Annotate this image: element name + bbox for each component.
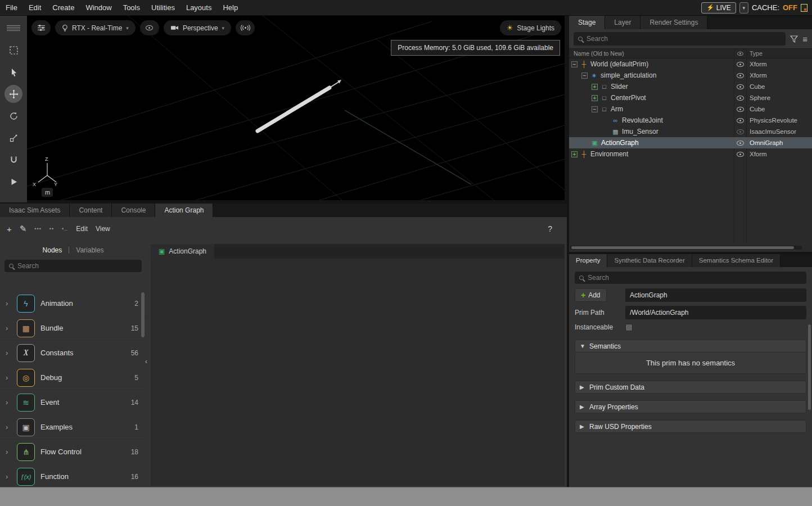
- visibility-eye-icon[interactable]: [734, 129, 746, 134]
- tab-console[interactable]: Console: [112, 204, 155, 217]
- cache-icon[interactable]: [801, 4, 808, 12]
- stage-horizontal-scrollbar[interactable]: [570, 246, 802, 250]
- help-icon[interactable]: ?: [548, 224, 552, 233]
- stage-search-box[interactable]: [574, 32, 786, 46]
- graph-canvas[interactable]: [151, 259, 565, 486]
- visibility-eye-icon[interactable]: [734, 84, 746, 89]
- graph-edit-menu[interactable]: Edit: [76, 225, 88, 233]
- render-broadcast-button[interactable]: [236, 20, 255, 35]
- tab-stage[interactable]: Stage: [569, 16, 605, 29]
- node-category-constants[interactable]: › X Constants 56: [0, 341, 146, 365]
- stage-row-centerpivot[interactable]: + □ CenterPivot Sphere: [569, 92, 812, 103]
- toolbar-grip-icon[interactable]: [4, 19, 22, 37]
- menu-window[interactable]: Window: [80, 0, 117, 16]
- add-property-button[interactable]: + Add: [575, 288, 607, 302]
- nodes-search-input[interactable]: [17, 262, 137, 270]
- panel-collapse-icon[interactable]: ‹: [145, 358, 147, 365]
- stage-search-input[interactable]: [587, 35, 781, 43]
- visibility-eye-icon[interactable]: [734, 107, 746, 112]
- expand-chevron-icon[interactable]: ›: [6, 299, 11, 308]
- stage-row-environment[interactable]: + ┼ Environment Xform: [569, 148, 812, 160]
- select-tool[interactable]: [4, 63, 22, 81]
- graph-tab-actiongraph[interactable]: ▣ ActionGraph: [151, 244, 214, 259]
- live-dropdown-chevron-icon[interactable]: ▾: [739, 2, 748, 13]
- property-scrollbar[interactable]: [808, 324, 811, 410]
- expand-chevron-icon[interactable]: ›: [6, 373, 11, 382]
- viewport-visibility-button[interactable]: [140, 20, 159, 35]
- visibility-eye-icon[interactable]: [734, 62, 746, 67]
- menu-utilities[interactable]: Utilities: [146, 0, 181, 16]
- select-frame-tool[interactable]: [4, 41, 22, 59]
- stage-row-revolutejoint[interactable]: ∞ RevoluteJoint PhysicsRevolute: [569, 115, 812, 126]
- menu-create[interactable]: Create: [47, 0, 80, 16]
- section-raw-usd-properties[interactable]: ▶ Raw USD Properties: [575, 420, 806, 433]
- stage-row-simple-articulation[interactable]: − ∗ simple_articulation Xform: [569, 70, 812, 81]
- expand-chevron-icon[interactable]: ›: [6, 349, 11, 357]
- layout-dots-icon-3[interactable]: •‥: [62, 226, 68, 232]
- layout-dots-icon-2[interactable]: ••: [49, 226, 54, 232]
- stage-row-imu-sensor[interactable]: ▦ Imu_Sensor IsaacImuSensor: [569, 126, 812, 137]
- move-tool[interactable]: [4, 85, 22, 103]
- tab-action-graph[interactable]: Action Graph: [155, 204, 213, 217]
- stage-row-arm[interactable]: − □ Arm Cube: [569, 103, 812, 115]
- menu-help[interactable]: Help: [217, 0, 243, 16]
- instanceable-checkbox[interactable]: [625, 324, 633, 331]
- property-search-box[interactable]: [575, 272, 806, 284]
- expand-chevron-icon[interactable]: ›: [6, 472, 11, 481]
- collapse-minus-icon[interactable]: −: [581, 73, 588, 79]
- tab-nodes[interactable]: Nodes: [43, 246, 62, 254]
- scrollbar-thumb[interactable]: [571, 246, 794, 249]
- menu-edit[interactable]: Edit: [23, 0, 47, 16]
- prim-name-field[interactable]: [625, 291, 806, 299]
- expand-chevron-icon[interactable]: ›: [6, 398, 11, 406]
- snap-tool[interactable]: [4, 151, 22, 169]
- stage-lights-button[interactable]: ☀ Stage Lights: [500, 20, 561, 35]
- node-category-animation[interactable]: › ϟ Animation 2: [0, 291, 146, 316]
- name-column-header[interactable]: Name (Old to New): [569, 50, 734, 57]
- edit-graph-pencil-icon[interactable]: ✎: [20, 224, 27, 234]
- tab-render-settings[interactable]: Render Settings: [640, 16, 707, 29]
- live-button[interactable]: ⚡ LIVE: [701, 2, 736, 13]
- section-array-properties[interactable]: ▶ Array Properties: [575, 400, 806, 413]
- stage-row-world[interactable]: − ┼ World (defaultPrim) Xform: [569, 58, 812, 70]
- section-semantics[interactable]: ▼ Semantics: [575, 340, 806, 353]
- visibility-eye-icon[interactable]: [734, 96, 746, 101]
- tab-synthetic-data-recorder[interactable]: Synthetic Data Recorder: [607, 254, 692, 267]
- visibility-eye-icon[interactable]: [734, 141, 746, 146]
- nodes-search-box[interactable]: [4, 260, 142, 272]
- camera-dropdown[interactable]: Perspective ▾: [164, 20, 231, 35]
- collapse-minus-icon[interactable]: −: [592, 106, 598, 112]
- node-category-flow-control[interactable]: › ⋔ Flow Control 18: [0, 440, 146, 464]
- stage-row-slider[interactable]: + □ Slider Cube: [569, 81, 812, 92]
- node-category-bundle[interactable]: › ▦ Bundle 15: [0, 316, 146, 341]
- new-graph-plus-icon[interactable]: +: [7, 224, 12, 234]
- property-search-input[interactable]: [588, 274, 802, 282]
- section-prim-custom-data[interactable]: ▶ Prim Custom Data: [575, 381, 806, 394]
- tab-variables[interactable]: Variables: [76, 246, 103, 254]
- node-category-function[interactable]: › ƒ(x) Function 16: [0, 464, 146, 487]
- scale-tool[interactable]: [4, 129, 22, 147]
- node-category-event[interactable]: › ≋ Event 14: [0, 390, 146, 415]
- tab-layer[interactable]: Layer: [605, 16, 640, 29]
- collapse-minus-icon[interactable]: −: [571, 61, 578, 67]
- filter-funnel-icon[interactable]: [790, 35, 798, 43]
- tab-content[interactable]: Content: [70, 204, 112, 217]
- expand-plus-icon[interactable]: +: [571, 151, 578, 157]
- tab-isaac-sim-assets[interactable]: Isaac Sim Assets: [0, 204, 70, 217]
- menu-layouts[interactable]: Layouts: [181, 0, 218, 16]
- expand-chevron-icon[interactable]: ›: [6, 324, 11, 332]
- play-tool[interactable]: [4, 173, 22, 191]
- renderer-dropdown[interactable]: RTX - Real-Time ▾: [55, 20, 136, 35]
- viewport-3d[interactable]: Z X Y m RTX - Real-Time ▾: [27, 16, 565, 200]
- rotate-tool[interactable]: [4, 107, 22, 125]
- slider-arm-prim[interactable]: [258, 80, 341, 131]
- graph-view-menu[interactable]: View: [96, 225, 110, 233]
- visibility-eye-icon[interactable]: [734, 152, 746, 157]
- expand-chevron-icon[interactable]: ›: [6, 423, 11, 431]
- prim-path-field[interactable]: [625, 309, 806, 317]
- viewport-settings-button[interactable]: [31, 20, 51, 35]
- visibility-eye-icon[interactable]: [734, 73, 746, 78]
- menu-tools[interactable]: Tools: [118, 0, 146, 16]
- expand-plus-icon[interactable]: +: [592, 84, 598, 90]
- stage-row-actiongraph[interactable]: ▣ ActionGraph OmniGraph: [569, 137, 812, 148]
